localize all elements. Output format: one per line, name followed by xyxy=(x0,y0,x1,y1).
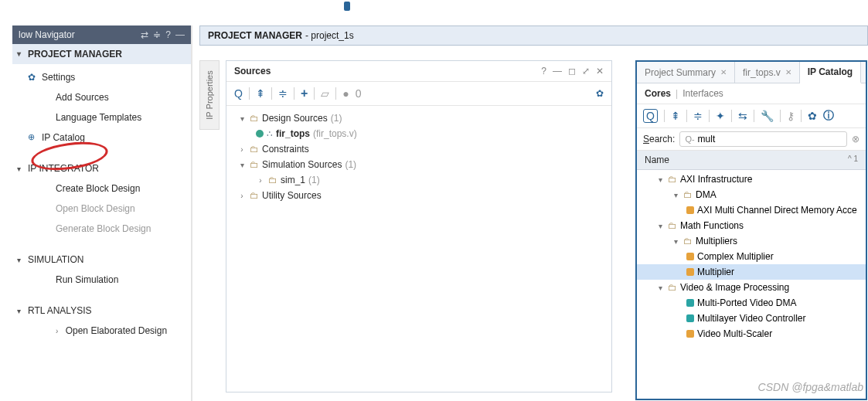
subtab-interfaces[interactable]: Interfaces xyxy=(682,88,723,99)
maximize-icon[interactable]: ⤢ xyxy=(582,66,590,76)
module-dot-icon xyxy=(256,130,264,138)
tab-project-summary[interactable]: Project Summary ✕ xyxy=(637,62,735,83)
ip-node-label: Video Multi-Scaler xyxy=(697,328,772,339)
folder-icon: 🗀 xyxy=(668,174,677,185)
add-icon[interactable]: + xyxy=(301,87,308,100)
nav-section-simulation-header[interactable]: ▾ SIMULATION xyxy=(12,250,191,270)
close-icon[interactable]: ✕ xyxy=(785,68,791,76)
nav-item-add-sources[interactable]: Add Sources xyxy=(12,87,191,107)
gear-icon[interactable]: ✿ xyxy=(808,110,817,122)
nav-section-rtl-analysis-header[interactable]: ▾ RTL ANALYSIS xyxy=(12,301,191,321)
ip-settings-icon[interactable]: ⇆ xyxy=(738,110,747,122)
search-box[interactable]: Q- xyxy=(679,131,847,147)
tree-node-sim-1[interactable]: › 🗀 sim_1 (1) xyxy=(234,172,611,188)
chevron-down-icon[interactable]: ▾ xyxy=(655,284,665,292)
chevron-right-icon[interactable]: › xyxy=(256,176,265,185)
chevron-down-icon[interactable]: ▾ xyxy=(237,161,247,169)
minimize-icon[interactable]: — xyxy=(553,66,562,76)
search-icon[interactable]: Q xyxy=(234,87,243,100)
collapse-all-icon[interactable]: ⇞ xyxy=(256,87,265,100)
window-drag-handle[interactable] xyxy=(344,2,350,11)
search-icon[interactable]: Q xyxy=(643,109,658,123)
collapse-icon[interactable]: ≑ xyxy=(153,29,161,40)
status-dot-icon: ● xyxy=(342,87,349,100)
separator xyxy=(731,110,732,122)
subtab-cores[interactable]: Cores xyxy=(645,88,671,99)
nav-section-label: SIMULATION xyxy=(28,254,83,265)
help-icon[interactable]: ? xyxy=(165,29,171,40)
ip-core-icon xyxy=(686,253,694,260)
folder-icon: 🗀 xyxy=(250,190,259,201)
close-icon[interactable]: ✕ xyxy=(596,66,604,76)
tab-ip-catalog[interactable]: IP Catalog xyxy=(800,62,861,83)
ip-properties-tab[interactable]: IP Properties xyxy=(199,60,220,130)
tree-node-design-sources[interactable]: ▾ 🗀 Design Sources (1) xyxy=(234,110,611,126)
ip-node-label: Multilayer Video Controller xyxy=(697,313,806,324)
search-label: Search: xyxy=(643,134,675,144)
ip-node-video-multi-scaler[interactable]: Video Multi-Scaler xyxy=(637,326,866,342)
tree-node-fir-tops[interactable]: ∴ fir_tops (fir_tops.v) xyxy=(234,126,611,141)
chevron-down-icon[interactable]: ▾ xyxy=(671,237,680,246)
separator xyxy=(249,87,250,100)
nav-item-ip-catalog[interactable]: ⊕ IP Catalog xyxy=(12,127,191,148)
tab-fir-tops[interactable]: fir_tops.v ✕ xyxy=(735,62,800,83)
folder-icon: 🗀 xyxy=(268,175,277,185)
chevron-down-icon[interactable]: ▾ xyxy=(671,191,680,199)
nav-item-open-elaborated-design[interactable]: › Open Elaborated Design xyxy=(12,321,191,341)
folder-icon: 🗀 xyxy=(668,282,677,293)
ip-node-axi-mcdma[interactable]: AXI Multi Channel Direct Memory Acce xyxy=(637,202,866,218)
search-input[interactable] xyxy=(698,134,842,144)
flow-navigator-header: low Navigator ⇄ ≑ ? — xyxy=(12,25,191,44)
ip-node-multipliers[interactable]: ▾ 🗀 Multipliers xyxy=(637,233,866,249)
ip-node-multiplier[interactable]: Multiplier xyxy=(637,264,866,280)
ip-node-multilayer-video-controller[interactable]: Multilayer Video Controller xyxy=(637,311,866,326)
nav-item-run-simulation[interactable]: Run Simulation xyxy=(12,270,191,290)
tab-label: Project Summary xyxy=(645,67,716,78)
column-name: Name xyxy=(645,155,669,165)
nav-item-create-block-design[interactable]: Create Block Design xyxy=(12,178,191,199)
pin-icon: ⊕ xyxy=(28,132,35,142)
minimize-icon[interactable]: — xyxy=(175,29,185,40)
chevron-down-icon[interactable]: ▾ xyxy=(655,175,665,184)
link-icon[interactable]: ⚷ xyxy=(787,110,795,122)
customize-ip-icon[interactable]: ✦ xyxy=(716,110,725,122)
sources-panel-controls: ? — ◻ ⤢ ✕ xyxy=(541,66,604,76)
separator xyxy=(271,87,272,100)
chevron-right-icon[interactable]: › xyxy=(237,192,247,200)
ip-node-axi-infrastructure[interactable]: ▾ 🗀 AXI Infrastructure xyxy=(637,172,866,187)
chevron-right-icon[interactable]: › xyxy=(237,145,247,154)
tree-label: Constraints xyxy=(262,144,309,155)
ip-tree-column-header[interactable]: Name ^ 1 xyxy=(637,151,866,170)
ip-core-icon xyxy=(686,314,694,322)
collapse-all-icon[interactable]: ⇞ xyxy=(671,110,680,122)
restore-icon[interactable]: ◻ xyxy=(568,66,576,76)
tree-node-utility-sources[interactable]: › 🗀 Utility Sources xyxy=(234,188,611,203)
close-icon[interactable]: ✕ xyxy=(720,68,727,76)
expand-all-icon[interactable]: ≑ xyxy=(693,110,703,122)
chevron-down-icon[interactable]: ▾ xyxy=(237,114,247,123)
chevron-down-icon[interactable]: ▾ xyxy=(655,222,665,230)
ip-catalog-subtabs: Cores | Interfaces xyxy=(637,83,866,104)
expand-all-icon[interactable]: ≑ xyxy=(278,87,288,100)
gear-icon[interactable]: ✿ xyxy=(596,88,604,99)
nav-section-project-manager[interactable]: ▾ PROJECT MANAGER xyxy=(12,44,191,64)
ip-node-math-functions[interactable]: ▾ 🗀 Math Functions xyxy=(637,218,866,233)
nav-item-label: Run Simulation xyxy=(56,274,118,285)
expand-icon[interactable]: ⇄ xyxy=(141,29,148,40)
nav-section-ip-integrator-header[interactable]: ▾ IP INTEGRATOR xyxy=(12,158,191,178)
nav-item-settings[interactable]: ✿ Settings xyxy=(12,67,191,87)
filter-icon[interactable]: ▱ xyxy=(321,87,329,100)
tree-label: Design Sources xyxy=(262,113,328,124)
ip-node-dma[interactable]: ▾ 🗀 DMA xyxy=(637,187,866,202)
help-icon[interactable]: ? xyxy=(541,66,546,76)
ip-node-video-image-processing[interactable]: ▾ 🗀 Video & Image Processing xyxy=(637,280,866,295)
wrench-icon[interactable]: 🔧 xyxy=(761,110,774,122)
tree-label: Simulation Sources xyxy=(262,159,342,170)
ip-node-complex-multiplier[interactable]: Complex Multiplier xyxy=(637,249,866,264)
nav-item-language-templates[interactable]: Language Templates xyxy=(12,107,191,127)
ip-node-multi-ported-video-dma[interactable]: Multi-Ported Video DMA xyxy=(637,295,866,311)
tree-node-constraints[interactable]: › 🗀 Constraints xyxy=(234,141,611,157)
tree-node-simulation-sources[interactable]: ▾ 🗀 Simulation Sources (1) xyxy=(234,157,611,172)
clear-search-icon[interactable]: ⊗ xyxy=(852,134,859,144)
info-icon[interactable]: ⓘ xyxy=(823,109,834,123)
